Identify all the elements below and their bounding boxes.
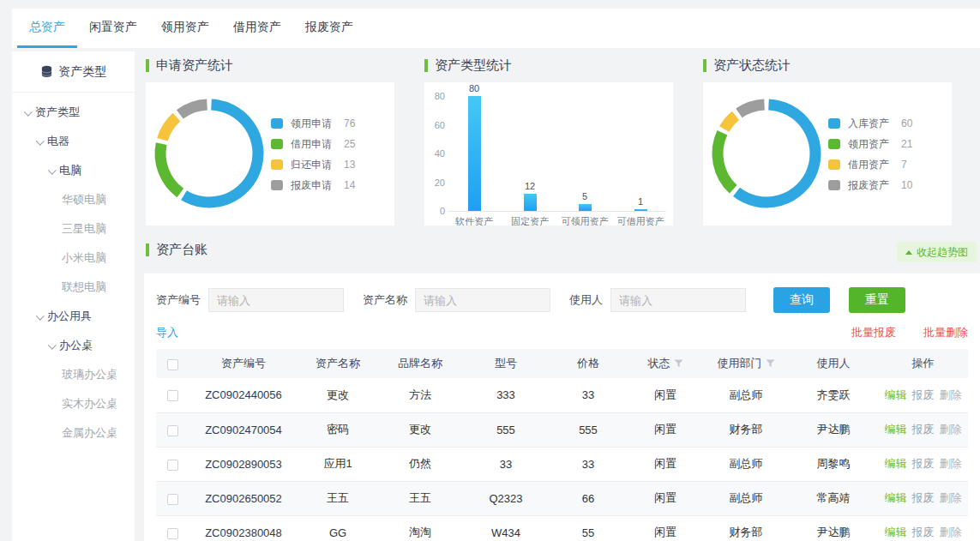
legend-label: 归还申请	[291, 158, 344, 172]
scrap-link[interactable]: 报废	[912, 388, 935, 401]
edit-link[interactable]: 编辑	[885, 388, 907, 401]
title-accent-bar	[146, 243, 149, 256]
caret-down-icon	[24, 107, 33, 116]
sidebar-header: 资产类型	[12, 51, 135, 93]
reset-button[interactable]: 重置	[849, 287, 905, 313]
row-checkbox[interactable]	[167, 460, 178, 471]
legend-item[interactable]: 报废资产10	[828, 175, 947, 195]
tab[interactable]: 总资产	[17, 9, 77, 48]
batch-delete-link[interactable]: 批量删除	[923, 325, 968, 340]
table-header-label: 使用人	[817, 357, 851, 370]
row-checkbox-cell	[156, 412, 189, 447]
cell-status: 闲置	[628, 378, 703, 412]
asset-code-input[interactable]	[208, 288, 344, 312]
table-header-label: 价格	[577, 357, 599, 370]
ledger-header: 资产台账 收起趋势图	[141, 241, 980, 263]
row-checkbox[interactable]	[167, 425, 178, 436]
sidebar-tree-node[interactable]: 联想电脑	[12, 273, 135, 302]
tab[interactable]: 领用资产	[149, 9, 221, 48]
row-checkbox[interactable]	[167, 528, 178, 539]
tree-node-label: 华硕电脑	[62, 192, 106, 207]
type-stats-section: 资产类型统计 02040608080软件资产12固定资产5可领用资产1可借用资产	[424, 53, 673, 225]
legend-swatch	[828, 118, 840, 129]
row-checkbox[interactable]	[167, 390, 178, 401]
delete-link[interactable]: 删除	[940, 388, 962, 401]
edit-link[interactable]: 编辑	[885, 457, 907, 470]
table-header-cell: 资产名称	[298, 349, 377, 378]
tab[interactable]: 闲置资产	[77, 9, 149, 48]
tree-node-label: 玻璃办公桌	[62, 367, 117, 382]
collapse-trend-button[interactable]: 收起趋势图	[897, 242, 977, 262]
edit-link[interactable]: 编辑	[885, 491, 907, 504]
batch-scrap-link[interactable]: 批量报废	[851, 325, 896, 340]
scrap-link[interactable]: 报废	[912, 423, 935, 436]
cell-price: 555	[549, 412, 628, 447]
legend-value: 13	[344, 159, 355, 171]
asset-type-tree: 资产类型电器电脑华硕电脑三星电脑小米电脑联想电脑办公用具办公桌玻璃办公桌实木办公…	[12, 93, 135, 448]
select-all-checkbox[interactable]	[167, 359, 178, 370]
edit-link[interactable]: 编辑	[885, 423, 907, 436]
sidebar-tree-node[interactable]: 电脑	[12, 156, 135, 185]
sidebar-tree-node[interactable]: 资产类型	[12, 98, 135, 127]
tab[interactable]: 借用资产	[221, 9, 293, 48]
sidebar-tree-node[interactable]: 华硕电脑	[12, 185, 135, 214]
sidebar-tree-node[interactable]: 电器	[12, 127, 135, 156]
table-header-label: 状态	[648, 357, 670, 370]
tree-node-label: 小米电脑	[62, 250, 106, 266]
sidebar-tree-node[interactable]: 办公桌	[12, 331, 135, 360]
row-checkbox-cell	[156, 515, 189, 541]
scrap-link[interactable]: 报废	[912, 491, 935, 504]
cell-status: 闲置	[628, 412, 703, 447]
delete-link[interactable]: 删除	[940, 423, 962, 436]
legend-label: 领用申请	[291, 117, 344, 131]
chart-title-text: 资产状态统计	[713, 57, 791, 74]
legend-value: 10	[901, 179, 912, 191]
legend-item[interactable]: 入库资产60	[828, 113, 947, 134]
chart-title-text: 资产类型统计	[435, 57, 512, 74]
delete-link[interactable]: 删除	[940, 491, 962, 504]
sidebar-tree-node[interactable]: 实木办公桌	[12, 389, 135, 418]
sidebar-tree-node[interactable]: 玻璃办公桌	[12, 360, 135, 389]
sidebar-tree-node[interactable]: 金属办公桌	[12, 418, 135, 448]
legend-item[interactable]: 归还申请13	[271, 154, 389, 175]
user-input[interactable]	[610, 288, 746, 312]
legend-label: 借用资产	[848, 158, 901, 172]
filter-icon[interactable]	[766, 359, 775, 368]
cell-price: 66	[549, 481, 628, 515]
delete-link[interactable]: 删除	[940, 526, 962, 538]
edit-link[interactable]: 编辑	[885, 526, 907, 538]
type-bar-chart: 02040608080软件资产12固定资产5可领用资产1可借用资产	[424, 82, 673, 225]
row-checkbox-cell	[156, 447, 189, 481]
tree-node-label: 电脑	[59, 163, 81, 178]
row-checkbox-cell	[156, 378, 189, 412]
caret-down-icon	[48, 340, 57, 349]
legend-item[interactable]: 报废申请14	[271, 175, 389, 195]
tree-node-label: 办公桌	[59, 338, 93, 353]
sidebar: 资产类型 资产类型电器电脑华硕电脑三星电脑小米电脑联想电脑办公用具办公桌玻璃办公…	[12, 51, 135, 541]
tree-node-label: 电器	[47, 134, 69, 149]
legend-item[interactable]: 借用资产7	[828, 154, 947, 175]
donut-segment	[737, 105, 815, 202]
legend-label: 领用资产	[848, 137, 901, 152]
tab[interactable]: 报废资产	[293, 9, 365, 48]
legend-item[interactable]: 领用资产21	[828, 134, 947, 154]
asset-name-input[interactable]	[415, 288, 550, 312]
legend-item[interactable]: 借用申请25	[271, 134, 389, 154]
table-row: ZC0902890053应用1仍然3333闲置副总师周黎鸣编辑报废删除	[156, 447, 968, 481]
sidebar-tree-node[interactable]: 小米电脑	[12, 243, 135, 273]
sidebar-tree-node[interactable]: 办公用具	[12, 302, 135, 331]
scrap-link[interactable]: 报废	[912, 526, 935, 538]
y-axis-tick: 40	[424, 148, 445, 159]
sidebar-tree-node[interactable]: 三星电脑	[12, 214, 135, 243]
chart-title: 资产类型统计	[424, 53, 673, 77]
title-accent-bar	[146, 59, 149, 72]
delete-link[interactable]: 删除	[940, 457, 962, 470]
scrap-link[interactable]: 报废	[912, 457, 935, 470]
filter-icon[interactable]	[674, 359, 683, 368]
cell-model: W434	[463, 515, 549, 541]
legend-item[interactable]: 领用申请76	[271, 113, 389, 134]
row-checkbox[interactable]	[167, 494, 178, 505]
query-button[interactable]: 查询	[773, 287, 830, 313]
chart-title: 资产状态统计	[703, 53, 952, 77]
import-link[interactable]: 导入	[156, 325, 178, 340]
